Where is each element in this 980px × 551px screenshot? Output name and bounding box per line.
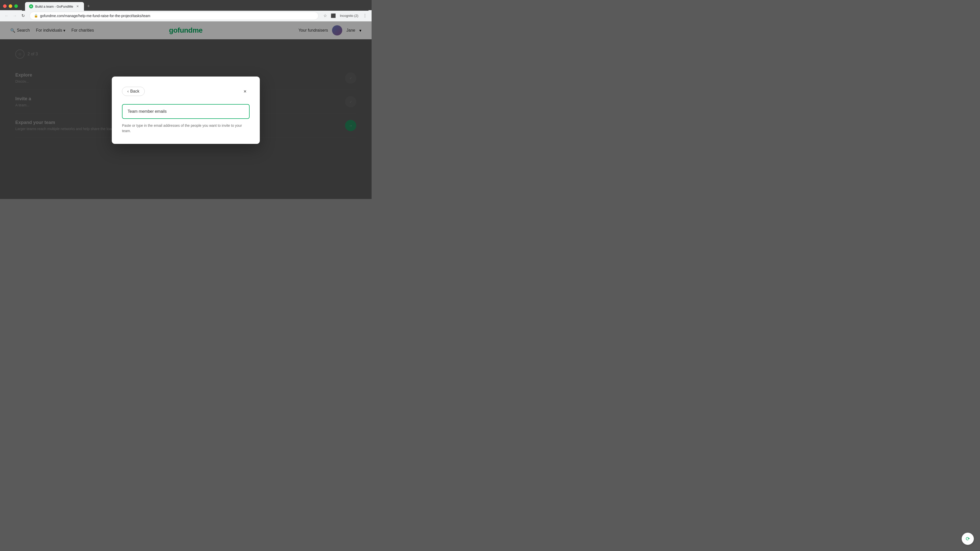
email-input[interactable] xyxy=(122,104,250,119)
back-button[interactable]: ‹ Back xyxy=(122,87,145,96)
tab-favicon: G xyxy=(29,4,33,8)
lock-icon: 🔒 xyxy=(34,14,38,17)
forward-nav-btn[interactable]: → xyxy=(11,12,18,19)
address-bar: ← → ↻ 🔒 gofundme.com/manage/help-me-fund… xyxy=(0,10,372,21)
browser-chrome: G Build a team - GoFundMe ✕ + ← → ↻ 🔒 go… xyxy=(0,0,372,21)
active-tab[interactable]: G Build a team - GoFundMe ✕ xyxy=(25,2,84,11)
chevron-left-icon: ‹ xyxy=(127,89,129,94)
close-icon: × xyxy=(243,89,247,94)
back-label: Back xyxy=(130,89,139,94)
toolbar-icons: ☆ ⬛ Incognito (2) ⋮ xyxy=(321,12,369,19)
page-content: 🔍 Search For individuals ▾ For charities… xyxy=(0,21,372,199)
url-text: gofundme.com/manage/help-me-fund-raise-f… xyxy=(40,14,150,18)
incognito-profile[interactable]: Incognito (2) xyxy=(338,13,360,19)
invite-modal: ‹ Back × Paste or type in the email addr… xyxy=(112,76,260,144)
nav-buttons: ← → ↻ xyxy=(3,12,27,19)
title-bar: G Build a team - GoFundMe ✕ + xyxy=(0,0,372,10)
incognito-label: Incognito (2) xyxy=(340,14,358,17)
close-modal-btn[interactable]: × xyxy=(240,87,250,96)
maximize-window-btn[interactable] xyxy=(14,4,18,8)
tab-title: Build a team - GoFundMe xyxy=(35,5,73,8)
modal-header: ‹ Back × xyxy=(122,87,250,96)
menu-btn[interactable]: ⋮ xyxy=(361,12,369,19)
window-controls xyxy=(3,4,18,8)
bookmark-btn[interactable]: ☆ xyxy=(321,12,329,19)
back-nav-btn[interactable]: ← xyxy=(3,12,10,19)
url-bar[interactable]: 🔒 gofundme.com/manage/help-me-fund-raise… xyxy=(30,12,318,20)
new-tab-btn[interactable]: + xyxy=(85,3,92,10)
close-window-btn[interactable] xyxy=(3,4,6,8)
reload-btn[interactable]: ↻ xyxy=(19,12,27,19)
tab-bar: G Build a team - GoFundMe ✕ + xyxy=(22,2,369,11)
helper-text: Paste or type in the email addresses of … xyxy=(122,123,250,134)
minimize-window-btn[interactable] xyxy=(9,4,12,8)
profiles-btn[interactable]: ⬛ xyxy=(330,12,337,19)
modal-overlay: ‹ Back × Paste or type in the email addr… xyxy=(0,21,372,199)
tab-close-btn[interactable]: ✕ xyxy=(75,4,80,9)
